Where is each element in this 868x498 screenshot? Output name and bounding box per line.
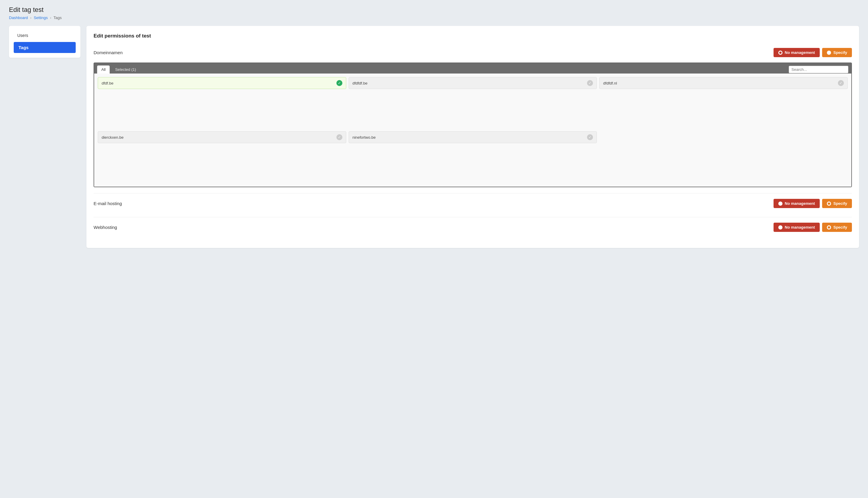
specify-label-domeinnamen: Specify [833,50,847,55]
permission-header-webhosting: Webhosting No management Specify [93,220,852,235]
domain-item-dierckxen-be[interactable]: dierckxen.be ✓ [98,131,346,143]
specify-label-webhosting: Specify [833,225,847,230]
tab-bar: All Selected (1) [94,63,851,74]
main-content: Edit permissions of test Domeinnamen No … [86,26,859,248]
sidebar: Users Tags [9,26,80,58]
sidebar-item-users[interactable]: Users [14,31,76,40]
breadcrumb-sep-2: › [50,15,51,20]
permission-label-email: E-mail hosting [93,201,122,206]
permission-buttons-domeinnamen: No management Specify [774,48,852,57]
domain-name-dierckxen-be: dierckxen.be [102,135,124,140]
permission-buttons-webhosting: No management Specify [774,223,852,232]
search-input[interactable] [789,66,848,73]
no-management-button-email[interactable]: No management [774,199,820,208]
page-title: Edit tag test [9,6,859,14]
specify-button-webhosting[interactable]: Specify [822,223,852,232]
domain-name-dfdfdf-nl: dfdfdf.nl [603,81,617,86]
specify-button-domeinnamen[interactable]: Specify [822,48,852,57]
domain-name-ninefortwo-be: ninefortwo.be [353,135,376,140]
check-icon-dfdf-be: ✓ [336,80,342,86]
specify-radio-domeinnamen [827,51,831,55]
tab-search [789,66,848,73]
permission-buttons-email: No management Specify [774,199,852,208]
permission-section-webhosting: Webhosting No management Specify [93,220,852,235]
no-management-label-webhosting: No management [785,225,815,230]
check-icon-dfdfdf-nl: ✓ [838,80,844,86]
domain-grid: dfdf.be ✓ dfdfdf.be ✓ dfdfdf.nl ✓ [94,74,851,187]
no-management-radio-domeinnamen [778,51,782,55]
domain-grid-wrapper: dfdf.be ✓ dfdfdf.be ✓ dfdfdf.nl ✓ [94,74,851,187]
sidebar-item-tags[interactable]: Tags [14,42,76,53]
breadcrumb: Dashboard › Settings › Tags [9,15,859,20]
domain-name-dfdfdf-be: dfdfdf.be [353,81,368,86]
no-management-label-domeinnamen: No management [785,50,815,55]
no-management-radio-webhosting [778,225,782,230]
domain-selector: All Selected (1) dfdf.be ✓ [93,63,852,187]
domain-item-dfdfdf-nl[interactable]: dfdfdf.nl ✓ [599,77,848,89]
no-management-button-domeinnamen[interactable]: No management [774,48,820,57]
no-management-button-webhosting[interactable]: No management [774,223,820,232]
specify-radio-webhosting [827,225,831,230]
tab-selected[interactable]: Selected (1) [111,65,140,74]
domain-item-dfdfdf-be[interactable]: dfdfdf.be ✓ [349,77,597,89]
check-icon-dierckxen-be: ✓ [336,134,342,140]
permission-section-domeinnamen: Domeinnamen No management Specify [93,45,852,187]
title-prefix: Edit tag [9,6,31,13]
permission-header-email: E-mail hosting No management Specify [93,196,852,211]
domain-item-ninefortwo-be[interactable]: ninefortwo.be ✓ [349,131,597,143]
no-management-label-email: No management [785,201,815,206]
permission-label-webhosting: Webhosting [93,225,117,230]
domain-name-dfdf-be: dfdf.be [102,81,114,86]
domain-placeholder-empty [599,131,848,183]
tab-all[interactable]: All [97,65,110,74]
title-tag: test [33,6,43,13]
check-icon-dfdfdf-be: ✓ [587,80,593,86]
breadcrumb-dashboard[interactable]: Dashboard [9,15,28,20]
breadcrumb-settings[interactable]: Settings [34,15,48,20]
domain-item-dfdf-be[interactable]: dfdf.be ✓ [98,77,346,89]
section-title: Edit permissions of test [93,33,852,39]
divider-1 [93,193,852,194]
permission-header-domeinnamen: Domeinnamen No management Specify [93,45,852,60]
breadcrumb-tags: Tags [54,15,62,20]
page-header: Edit tag test Dashboard › Settings › Tag… [9,6,859,20]
check-icon-ninefortwo-be: ✓ [587,134,593,140]
no-management-radio-email [778,201,782,206]
specify-button-email[interactable]: Specify [822,199,852,208]
divider-2 [93,217,852,217]
breadcrumb-sep-1: › [30,15,31,20]
specify-label-email: Specify [833,201,847,206]
permission-section-email: E-mail hosting No management Specify [93,196,852,211]
specify-radio-email [827,201,831,206]
permission-label-domeinnamen: Domeinnamen [93,50,123,55]
